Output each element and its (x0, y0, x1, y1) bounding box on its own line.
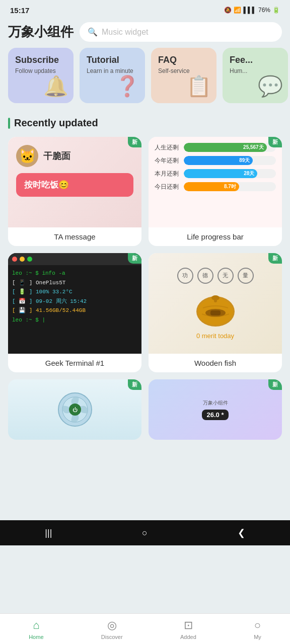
search-bar[interactable]: 🔍 Music widget (80, 22, 282, 42)
widget-ta-message[interactable]: 新 🐱 干脆面 按时吃饭😊 TA message (8, 137, 141, 246)
system-nav: ||| ○ ❮ (0, 520, 290, 545)
ta-avatar-row: 🐱 干脆面 (16, 145, 133, 167)
terminal-line-6: leo :~ $ | (12, 316, 137, 325)
ta-message-label: TA message (8, 227, 141, 246)
feedback-icon: 💬 (258, 74, 283, 98)
search-icon: 🔍 (88, 27, 98, 37)
progress-value-2: 89天 (239, 157, 250, 164)
svg-rect-3 (210, 310, 221, 315)
category-tutorial-title: Tutorial (87, 55, 138, 65)
merit-char-4: 量 (238, 268, 254, 284)
category-tutorial-sub: Learn in a minute (87, 67, 138, 74)
back-button[interactable]: ❮ (238, 527, 245, 538)
progress-label-2: 今年还剩 (155, 156, 181, 165)
wifi-icon: 📶 (234, 7, 241, 14)
merit-char-2: 德 (197, 268, 213, 284)
progress-row-2: 今年还剩 89天 (155, 156, 276, 165)
merit-today-text: 0 merit today (196, 332, 234, 340)
progress-label-3: 本月还剩 (155, 170, 181, 178)
progress-label-1: 人生还剩 (155, 143, 181, 152)
category-subscribe-title: Subscribe (15, 55, 66, 65)
progress-value-1: 25,567天 (243, 144, 264, 151)
partial-widget-grid: 新 ⏻ 新 万象小组件 (0, 372, 290, 440)
home-button[interactable]: ○ (142, 528, 148, 538)
added-label: Added (180, 634, 196, 640)
section-header: Recently updated (0, 113, 290, 137)
recent-apps-button[interactable]: ||| (45, 528, 52, 538)
progress-label-4: 今日还剩 (155, 183, 181, 191)
life-progress-label: Life progress bar (149, 227, 282, 246)
merit-chars-row: 功 德 无 量 (177, 268, 254, 284)
fan-new-badge: 新 (128, 379, 141, 390)
progress-row-3: 本月还剩 28天 (155, 169, 276, 178)
home-label: Home (29, 634, 43, 640)
ta-name: 干脆面 (43, 150, 70, 162)
ac-preview: 万象小组件 26.0 * (149, 379, 282, 440)
subscribe-icon: 🔔 (43, 74, 68, 98)
status-time: 15:17 (10, 6, 29, 15)
widget-geek-terminal[interactable]: 新 leo :~ $ info -a [ 📱 ] OnePlus5T [ 🔋 ]… (8, 253, 141, 372)
terminal-line-3: [ 🔋 ] 100% 33.2°C (12, 288, 137, 296)
category-feedback[interactable]: Fee... Hum... 💬 (223, 48, 288, 103)
progress-bar-inner-2: 89天 (184, 156, 253, 165)
my-icon: ○ (254, 619, 261, 632)
app-title: 万象小组件 (8, 23, 74, 41)
section-title: Recently updated (14, 117, 98, 129)
nav-added[interactable]: ⊡ Added (180, 619, 196, 640)
svg-rect-5 (214, 296, 217, 302)
wooden-fish-preview: 功 德 无 量 0 merit today (149, 253, 282, 354)
life-progress-preview: 人生还剩 25,567天 今年还剩 89天 本月还剩 (149, 137, 282, 227)
category-tutorial[interactable]: Tutorial Learn in a minute ❓ (80, 48, 145, 103)
dot-green (27, 257, 32, 262)
geek-terminal-preview: leo :~ $ info -a [ 📱 ] OnePlus5T [ 🔋 ] 1… (8, 253, 141, 354)
category-feedback-title: Fee... (230, 55, 281, 65)
category-subscribe[interactable]: Subscribe Follow updates 🔔 (8, 48, 74, 103)
signal-icon: ▌▌▌ (243, 7, 256, 14)
widget-wooden-fish[interactable]: 新 功 德 无 量 0 merit tod (149, 253, 282, 372)
fan-body: ⏻ (57, 392, 93, 427)
merit-char-3: 无 (218, 268, 234, 284)
bottom-nav: ⌂ Home ◎ Discover ⊡ Added ○ My (0, 613, 290, 644)
mute-icon: 🔕 (224, 7, 232, 14)
tutorial-icon: ❓ (115, 74, 140, 98)
ac-brand: 万象小组件 (203, 399, 228, 407)
geek-terminal-label: Geek Terminal #1 (8, 354, 141, 372)
fan-preview: ⏻ (8, 379, 141, 440)
fan-svg: ⏻ (57, 392, 93, 427)
progress-bar-outer-4: 8.7时 (184, 182, 276, 191)
ta-message-preview: 🐱 干脆面 按时吃饭😊 (8, 137, 141, 227)
header: 万象小组件 🔍 Music widget (0, 18, 290, 48)
category-faq[interactable]: FAQ Self-service 📋 (151, 48, 216, 103)
ac-new-badge: 新 (268, 379, 282, 390)
faq-icon: 📋 (186, 74, 211, 98)
category-feedback-sub: Hum... (230, 67, 281, 74)
ta-message-bubble: 按时吃饭😊 (16, 173, 133, 197)
battery-icon: 🔋 (272, 7, 280, 14)
widget-fan-partial[interactable]: 新 ⏻ (8, 379, 141, 440)
progress-bar-inner-3: 28天 (184, 169, 257, 178)
battery-level: 76% (258, 7, 270, 14)
categories-row: Subscribe Follow updates 🔔 Tutorial Lear… (0, 48, 290, 113)
terminal-window: leo :~ $ info -a [ 📱 ] OnePlus5T [ 🔋 ] 1… (8, 253, 141, 354)
progress-value-3: 28天 (244, 170, 254, 177)
my-label: My (254, 634, 261, 640)
terminal-line-4: [ 📅 ] 09-02 周六 15:42 (12, 297, 137, 306)
life-progress-new-badge: 新 (268, 137, 282, 147)
progress-bar-outer-3: 28天 (184, 169, 276, 178)
nav-home[interactable]: ⌂ Home (29, 619, 43, 640)
nav-my[interactable]: ○ My (254, 619, 261, 640)
merit-char-1: 功 (177, 268, 193, 284)
nav-discover[interactable]: ◎ Discover (101, 619, 123, 640)
widget-life-progress[interactable]: 新 人生还剩 25,567天 今年还剩 89天 本月还剩 (149, 137, 282, 246)
ta-message-new-badge: 新 (128, 137, 141, 147)
category-subscribe-sub: Follow updates (15, 67, 66, 74)
widget-grid: 新 🐱 干脆面 按时吃饭😊 TA message 新 人生还剩 25,567天 (0, 137, 290, 372)
widget-ac-partial[interactable]: 新 万象小组件 26.0 * (149, 379, 282, 440)
ac-temp: 26.0 * (202, 410, 229, 420)
terminal-line-2: [ 📱 ] OnePlus5T (12, 279, 137, 287)
progress-row-1: 人生还剩 25,567天 (155, 143, 276, 152)
svg-text:⏻: ⏻ (72, 407, 78, 413)
status-bar: 15:17 🔕 📶 ▌▌▌ 76% 🔋 (0, 0, 290, 18)
progress-bar-outer-2: 89天 (184, 156, 276, 165)
ta-avatar: 🐱 (16, 145, 38, 167)
